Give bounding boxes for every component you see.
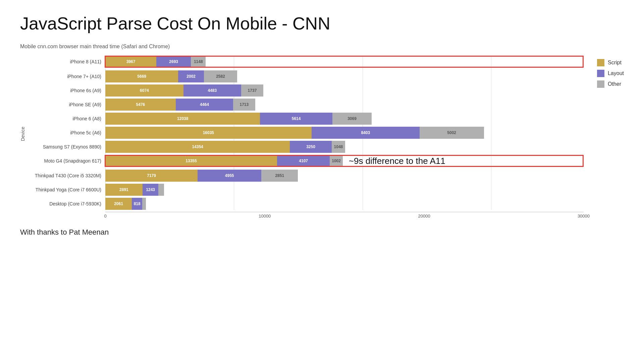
bar-other (142, 198, 146, 210)
chart-subtitle: Mobile cnn.com browser main thread time … (20, 44, 624, 50)
chart-area: Device iPhone 8 (A11)396726931148iPhone … (20, 56, 624, 222)
bar-layout: 2693 (156, 56, 191, 68)
bar-script: 2061 (105, 198, 132, 210)
bars: 28911243 (105, 184, 164, 196)
bars: 1335541071002 (105, 155, 343, 167)
bar-other: 1713 (233, 99, 255, 111)
bar-script: 16035 (105, 127, 312, 139)
annotation-text: ~9s difference to the A11 (349, 156, 445, 166)
bar-other: 1048 (332, 141, 345, 153)
legend-item-other: Other (597, 80, 624, 88)
table-row: Moto G4 (Snapdragon 617)1335541071002~9s… (28, 155, 584, 167)
bars: 566920022582 (105, 70, 237, 82)
table-row: iPhone 5c (A6)1603584035002 (28, 127, 584, 139)
bar-other: 5002 (420, 127, 484, 139)
bar-layout: 3250 (290, 141, 332, 153)
bars: 396726931148 (105, 56, 206, 68)
device-label: Samsung S7 (Exynos 8890) (28, 144, 105, 149)
legend-color-layout (597, 70, 604, 77)
legend-label-other: Other (608, 81, 621, 87)
footer: With thanks to Pat Meenan (20, 228, 624, 237)
bar-script: 12038 (105, 113, 260, 125)
bar-layout: 1243 (143, 184, 159, 196)
bar-script: 5476 (105, 99, 176, 111)
bar-layout: 5614 (260, 113, 332, 125)
bars: 547644641713 (105, 99, 255, 111)
device-label: Desktop (Core i7-5930K) (28, 201, 105, 206)
legend-color-other (597, 80, 604, 88)
table-row: Thinkpad T430 (Core i5 3320M)71794955285… (28, 170, 584, 182)
bars: 1435432501048 (105, 141, 345, 153)
bar-layout: 2002 (178, 70, 204, 82)
bar-layout: 4483 (183, 84, 241, 97)
bar-script: 7179 (105, 170, 198, 182)
device-label: iPhone 7+ (A10) (28, 74, 105, 79)
legend-label-layout: Layout (608, 70, 624, 76)
bars: 1603584035002 (105, 127, 484, 139)
device-label: iPhone 6s (A9) (28, 88, 105, 93)
device-label: Moto G4 (Snapdragon 617) (28, 158, 105, 164)
bar-script: 5669 (105, 70, 178, 82)
table-row: Desktop (Core i7-5930K)2061818 (28, 198, 584, 210)
bars: 2061818 (105, 198, 146, 210)
table-row: iPhone SE (A9)547644641713 (28, 99, 584, 111)
bars: 1203856143069 (105, 113, 372, 125)
y-axis-label: Device (20, 127, 25, 141)
bars: 717949552851 (105, 170, 298, 182)
bar-layout: 8403 (312, 127, 420, 139)
bar-script: 6074 (105, 84, 183, 97)
table-row: iPhone 6 (A8)1203856143069 (28, 113, 584, 125)
x-tick-30000: 30000 (578, 214, 590, 219)
legend-item-script: Script (597, 59, 624, 66)
bar-script: 14354 (105, 141, 290, 153)
bar-other: 1148 (191, 56, 206, 68)
bar-other: 2582 (204, 70, 237, 82)
device-label: iPhone 8 (A11) (28, 59, 105, 64)
bar-layout: 4955 (198, 170, 261, 182)
x-tick-20000: 20000 (418, 214, 430, 219)
x-tick-0: 0 (104, 214, 106, 219)
legend: Script Layout Other (597, 59, 624, 88)
bar-script: 3967 (105, 56, 156, 68)
bars: 607444831737 (105, 84, 263, 97)
x-tick-10000: 10000 (259, 214, 271, 219)
device-label: Thinkpad Yoga (Core i7 6600U) (28, 187, 105, 192)
bar-other (158, 184, 164, 196)
table-row: iPhone 7+ (A10)566920022582 (28, 70, 584, 82)
chart-main: iPhone 8 (A11)396726931148iPhone 7+ (A10… (28, 56, 584, 222)
bar-layout: 4107 (277, 155, 330, 167)
bar-other: 2851 (261, 170, 298, 182)
bar-other: 1737 (241, 84, 264, 97)
legend-item-layout: Layout (597, 70, 624, 77)
bar-other: 1002 (330, 155, 342, 167)
bar-other: 3069 (332, 113, 372, 125)
bar-script: 2891 (105, 184, 143, 196)
bar-script: 13355 (105, 155, 277, 167)
device-label: Thinkpad T430 (Core i5 3320M) (28, 173, 105, 178)
device-label: iPhone 5c (A6) (28, 130, 105, 135)
chart-wrapper: iPhone 8 (A11)396726931148iPhone 7+ (A10… (28, 56, 584, 222)
legend-color-script (597, 59, 604, 66)
bar-layout: 818 (132, 198, 142, 210)
device-label: iPhone SE (A9) (28, 102, 105, 107)
table-row: iPhone 6s (A9)607444831737 (28, 84, 584, 97)
page-title: JavaScript Parse Cost On Mobile - CNN (20, 13, 624, 34)
bar-layout: 4464 (176, 99, 233, 111)
table-row: iPhone 8 (A11)396726931148 (28, 56, 584, 68)
table-row: Samsung S7 (Exynos 8890)1435432501048 (28, 141, 584, 153)
legend-label-script: Script (608, 60, 622, 66)
table-row: Thinkpad Yoga (Core i7 6600U)28911243 (28, 184, 584, 196)
device-label: iPhone 6 (A8) (28, 116, 105, 121)
rows-container: iPhone 8 (A11)396726931148iPhone 7+ (A10… (28, 56, 584, 210)
